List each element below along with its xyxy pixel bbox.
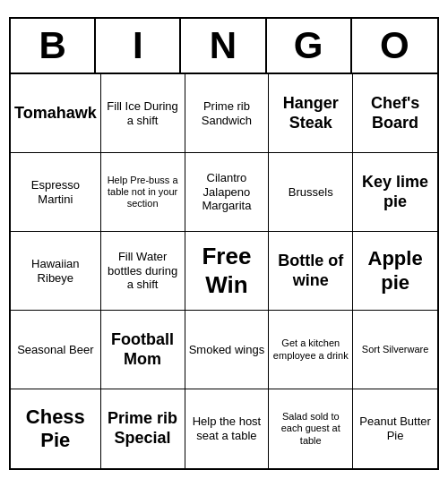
bingo-cell-20: Chess Pie [11, 389, 101, 468]
bingo-cell-21: Prime rib Special [101, 389, 185, 468]
bingo-cell-15: Seasonal Beer [11, 311, 101, 389]
bingo-cell-24: Peanut Butter Pie [353, 389, 437, 468]
bingo-card: BINGO TomahawkFill Ice During a shiftPri… [9, 17, 439, 470]
bingo-cell-18: Get a kitchen employee a drink [269, 311, 353, 389]
bingo-cell-13: Bottle of wine [269, 232, 353, 311]
header-letter-I: I [96, 19, 181, 73]
header-letter-O: O [352, 19, 437, 73]
bingo-cell-3: Hanger Steak [269, 74, 353, 153]
bingo-cell-12: Free Win [185, 232, 270, 311]
bingo-cell-22: Help the host seat a table [185, 389, 270, 468]
bingo-cell-7: Cilantro Jalapeno Margarita [185, 153, 270, 232]
bingo-cell-5: Espresso Martini [11, 153, 101, 232]
bingo-cell-8: Brussels [269, 153, 353, 232]
header-letter-B: B [11, 19, 96, 73]
bingo-cell-19: Sort Silverware [353, 311, 437, 389]
bingo-cell-11: Fill Water bottles during a shift [101, 232, 185, 311]
bingo-cell-6: Help Pre-buss a table not in your sectio… [101, 153, 185, 232]
bingo-cell-16: Football Mom [101, 311, 185, 389]
bingo-cell-0: Tomahawk [11, 74, 101, 153]
header-letter-N: N [181, 19, 266, 73]
bingo-cell-10: Hawaiian Ribeye [11, 232, 101, 311]
header-letter-G: G [267, 19, 352, 73]
bingo-cell-17: Smoked wings [185, 311, 270, 389]
bingo-cell-14: Apple pie [353, 232, 437, 311]
bingo-cell-2: Prime rib Sandwich [185, 74, 270, 153]
bingo-cell-9: Key lime pie [353, 153, 437, 232]
bingo-grid: TomahawkFill Ice During a shiftPrime rib… [11, 74, 437, 468]
bingo-cell-1: Fill Ice During a shift [101, 74, 185, 153]
bingo-cell-4: Chef's Board [353, 74, 437, 153]
bingo-header: BINGO [11, 19, 437, 74]
bingo-cell-23: Salad sold to each guest at table [269, 389, 353, 468]
